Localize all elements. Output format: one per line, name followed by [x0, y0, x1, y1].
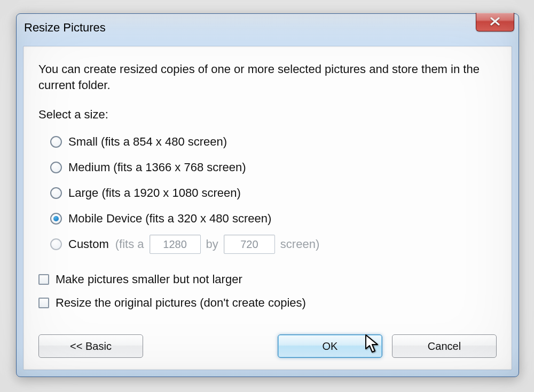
checkbox-icon	[38, 274, 49, 285]
size-option-small[interactable]: Small (fits a 854 x 480 screen)	[50, 129, 497, 155]
close-button[interactable]	[476, 13, 514, 31]
intro-text: You can create resized copies of one or …	[38, 61, 497, 93]
size-option-custom[interactable]: Custom (fits a by screen)	[50, 231, 497, 257]
custom-prefix: (fits a	[115, 237, 144, 251]
size-options: Small (fits a 854 x 480 screen) Medium (…	[50, 129, 497, 257]
check-label: Make pictures smaller but not larger	[56, 273, 242, 286]
radio-icon	[50, 187, 62, 199]
dialog-body: You can create resized copies of one or …	[23, 46, 512, 370]
size-option-mobile[interactable]: Mobile Device (fits a 320 x 480 screen)	[50, 206, 497, 231]
close-icon	[490, 16, 500, 28]
cancel-button[interactable]: Cancel	[392, 334, 497, 358]
size-prompt: Select a size:	[38, 108, 497, 122]
radio-icon	[50, 136, 62, 148]
titlebar[interactable]: Resize Pictures	[17, 14, 519, 42]
size-option-label: Mobile Device (fits a 320 x 480 screen)	[68, 212, 271, 226]
button-row: << Basic OK Cancel	[38, 334, 497, 358]
radio-icon	[50, 162, 62, 173]
size-option-label: Large (fits a 1920 x 1080 screen)	[68, 186, 241, 200]
size-option-label: Medium (fits a 1366 x 768 screen)	[68, 161, 246, 174]
checkbox-icon	[38, 298, 49, 308]
custom-suffix: screen)	[280, 237, 319, 251]
button-label: Cancel	[428, 340, 461, 353]
check-replace-originals[interactable]: Resize the original pictures (don't crea…	[38, 291, 497, 315]
resize-pictures-dialog: Resize Pictures You can create resized c…	[16, 13, 519, 377]
custom-width-input[interactable]	[150, 235, 201, 254]
size-option-medium[interactable]: Medium (fits a 1366 x 768 screen)	[50, 155, 497, 180]
button-label: OK	[323, 340, 338, 353]
check-smaller-only[interactable]: Make pictures smaller but not larger	[38, 268, 497, 291]
check-label: Resize the original pictures (don't crea…	[56, 296, 306, 310]
extra-options: Make pictures smaller but not larger Res…	[38, 268, 497, 315]
size-option-label: Small (fits a 854 x 480 screen)	[68, 135, 227, 149]
custom-size-inline: (fits a by screen)	[115, 235, 319, 254]
custom-mid: by	[206, 237, 218, 251]
ok-button[interactable]: OK	[278, 334, 382, 358]
radio-icon	[50, 213, 62, 225]
size-option-label: Custom	[68, 237, 109, 251]
radio-icon	[50, 238, 62, 250]
basic-button[interactable]: << Basic	[38, 334, 143, 358]
custom-height-input[interactable]	[224, 235, 275, 254]
size-option-large[interactable]: Large (fits a 1920 x 1080 screen)	[50, 180, 497, 206]
button-label: << Basic	[70, 340, 112, 353]
window-title: Resize Pictures	[24, 21, 106, 35]
